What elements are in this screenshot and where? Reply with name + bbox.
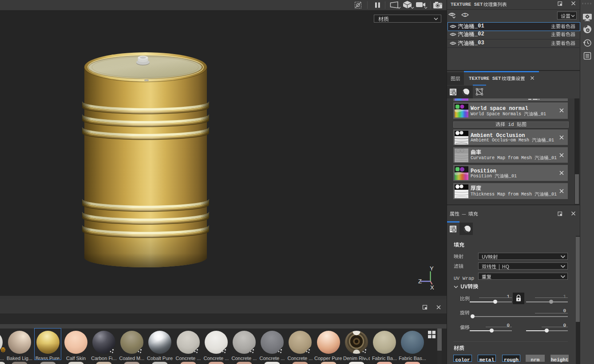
svg-text:Z: Z xyxy=(418,278,422,285)
svg-text:Y: Y xyxy=(430,265,434,272)
svg-text:X: X xyxy=(430,284,434,290)
svg-text:1: 1 xyxy=(464,13,467,18)
